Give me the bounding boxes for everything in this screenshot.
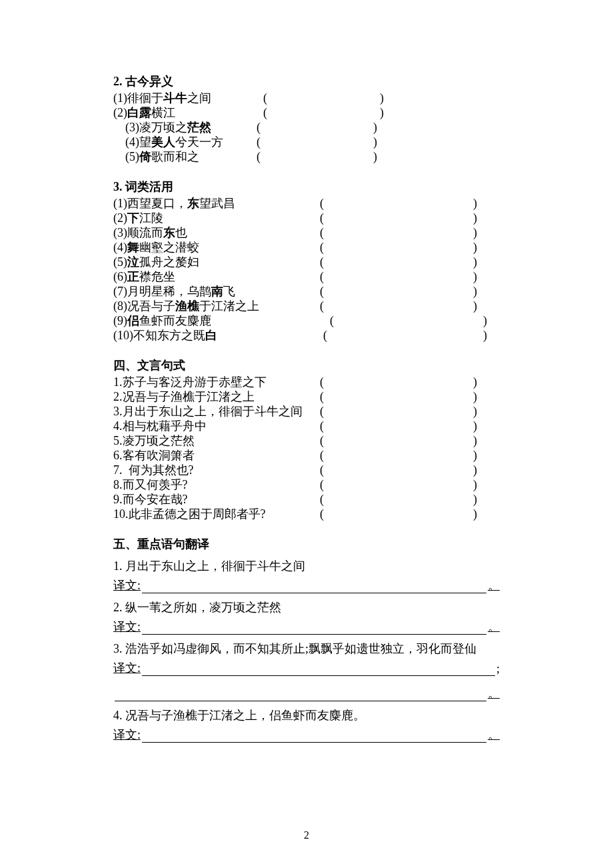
list-item: 1.苏子与客泛舟游于赤壁之下() xyxy=(113,375,500,389)
item-text: (5)倚歌而和之 xyxy=(125,149,199,164)
list-item: (7)月明星稀，乌鹊南飞() xyxy=(113,284,500,299)
paren-open: ( xyxy=(320,477,326,492)
section-5: 五、重点语句翻译 1. 月出于东山之上，徘徊于斗牛之间译文: 。 2. 纵一苇之… xyxy=(113,536,500,743)
paren-open: ( xyxy=(263,105,270,120)
list-item: 6.客有吹洞箫者() xyxy=(113,448,500,463)
item-text: 7. 何为其然也? xyxy=(113,463,194,477)
list-item: 9.而今安在哉?() xyxy=(113,492,500,507)
item-text: (3)凌万顷之茫然 xyxy=(125,120,211,135)
item-text: 2.况吾与子渔樵于江渚之上 xyxy=(113,389,255,404)
paren-close: ) xyxy=(473,492,480,507)
list-item: (9)侣鱼虾而友麋鹿() xyxy=(113,313,500,328)
paren-open: ( xyxy=(320,419,326,433)
item-text: (2)下江陵 xyxy=(113,211,163,225)
item-text: 4.相与枕藉乎舟中 xyxy=(113,419,207,433)
line-terminator: ; xyxy=(496,662,500,676)
translation-prefix: 译文: xyxy=(113,660,141,676)
translation-answer-line: 译文: 。 xyxy=(113,727,500,743)
list-item: (4)望美人兮天一方() xyxy=(113,135,500,149)
list-item: (5)倚歌而和之() xyxy=(113,149,500,164)
item-text: (5)泣孤舟之嫠妇 xyxy=(113,255,199,269)
paren-open: ( xyxy=(320,284,326,299)
paren-open: ( xyxy=(330,313,336,328)
item-text: 3.月出于东山之上，徘徊于斗牛之间 xyxy=(113,404,303,419)
item-text: (3)顺流而东也 xyxy=(113,225,187,240)
translation-question: 4. 况吾与子渔樵于江渚之上，侣鱼虾而友麋鹿。 xyxy=(113,707,500,724)
item-text: (9)侣鱼虾而友麋鹿 xyxy=(113,313,211,328)
paren-close: ) xyxy=(473,284,480,299)
item-text: (6)正襟危坐 xyxy=(113,269,175,284)
blank-line[interactable] xyxy=(115,689,486,701)
list-item: (2)白露横江() xyxy=(113,105,500,120)
item-text: 5.凌万顷之茫然 xyxy=(113,433,195,448)
item-text: 1.苏子与客泛舟游于赤壁之下 xyxy=(113,375,267,389)
section-4: 四、文言句式 1.苏子与客泛舟游于赤壁之下()2.况吾与子渔樵于江渚之上()3.… xyxy=(113,357,500,521)
paren-open: ( xyxy=(320,211,326,225)
translation-prefix: 译文: xyxy=(113,727,141,743)
list-item: (8)况吾与子渔樵于江渚之上() xyxy=(113,299,500,313)
section-5-items: 1. 月出于东山之上，徘徊于斗牛之间译文: 。 2. 纵一苇之所如，凌万顷之茫然… xyxy=(113,557,500,743)
translation-question: 3. 浩浩乎如冯虚御风，而不知其所止;飘飘乎如遗世独立，羽化而登仙 xyxy=(113,640,500,657)
paren-close: ) xyxy=(473,507,480,521)
item-text: (2)白露横江 xyxy=(113,105,175,120)
paren-close: ) xyxy=(373,135,380,149)
list-item: (10)不知东方之既白() xyxy=(113,328,500,343)
blank-line[interactable] xyxy=(142,663,495,676)
paren-open: ( xyxy=(257,120,263,135)
paren-close: ) xyxy=(473,269,480,284)
section-3-items: (1)西望夏口，东望武昌()(2)下江陵()(3)顺流而东也()(4)舞幽壑之潜… xyxy=(113,196,500,343)
list-item: 10.此非孟德之困于周郎者乎?() xyxy=(113,507,500,521)
list-item: (3)顺流而东也() xyxy=(113,225,500,240)
paren-open: ( xyxy=(320,240,326,255)
paren-close: ) xyxy=(373,149,380,164)
paren-close: ) xyxy=(373,120,380,135)
paren-close: ) xyxy=(473,463,480,477)
list-item: (3)凌万顷之茫然() xyxy=(113,120,500,135)
blank-line[interactable] xyxy=(142,730,486,743)
translation-answer-line: 。 xyxy=(113,685,500,701)
blank-line[interactable] xyxy=(142,622,486,635)
paren-close: ) xyxy=(473,225,480,240)
paren-open: ( xyxy=(320,225,326,240)
line-terminator: 。 xyxy=(488,685,500,701)
paren-close: ) xyxy=(473,196,480,211)
item-text: 9.而今安在哉? xyxy=(113,492,188,507)
blank-line[interactable] xyxy=(142,581,486,593)
paren-close: ) xyxy=(380,91,386,105)
item-text: (1)徘徊于斗牛之间 xyxy=(113,91,211,105)
list-item: (6)正襟危坐() xyxy=(113,269,500,284)
page: 2. 古今异义 (1)徘徊于斗牛之间()(2)白露横江()(3)凌万顷之茫然()… xyxy=(0,0,613,868)
list-item: 3.月出于东山之上，徘徊于斗牛之间() xyxy=(113,404,500,419)
paren-open: ( xyxy=(320,375,326,389)
paren-open: ( xyxy=(320,448,326,463)
line-terminator: 。 xyxy=(488,619,500,635)
translation-answer-line: 译文: 。 xyxy=(113,619,500,635)
paren-open: ( xyxy=(320,463,326,477)
section-5-title: 五、重点语句翻译 xyxy=(113,536,500,552)
paren-open: ( xyxy=(320,299,326,313)
paren-open: ( xyxy=(320,507,326,521)
section-3: 3. 词类活用 (1)西望夏口，东望武昌()(2)下江陵()(3)顺流而东也()… xyxy=(113,179,500,343)
section-3-title: 3. 词类活用 xyxy=(113,179,500,195)
paren-close: ) xyxy=(473,477,480,492)
translation-answer-line: 译文: ; xyxy=(113,660,500,676)
paren-close: ) xyxy=(473,240,480,255)
line-terminator: 。 xyxy=(488,727,500,743)
paren-close: ) xyxy=(473,389,480,404)
item-text: (4)望美人兮天一方 xyxy=(125,135,223,149)
section-2-title: 2. 古今异义 xyxy=(113,73,500,89)
paren-close: ) xyxy=(473,299,480,313)
item-text: 8.而又何羡乎? xyxy=(113,477,188,492)
item-text: 10.此非孟德之困于周郎者乎? xyxy=(113,507,266,521)
paren-open: ( xyxy=(320,433,326,448)
translation-question: 2. 纵一苇之所如，凌万顷之茫然 xyxy=(113,599,500,616)
item-text: (7)月明星稀，乌鹊南飞 xyxy=(113,284,235,299)
section-2: 2. 古今异义 (1)徘徊于斗牛之间()(2)白露横江()(3)凌万顷之茫然()… xyxy=(113,73,500,164)
paren-open: ( xyxy=(263,91,270,105)
paren-close: ) xyxy=(380,105,386,120)
section-4-items: 1.苏子与客泛舟游于赤壁之下()2.况吾与子渔樵于江渚之上()3.月出于东山之上… xyxy=(113,375,500,521)
paren-open: ( xyxy=(323,328,330,343)
paren-close: ) xyxy=(473,419,480,433)
section-2-items: (1)徘徊于斗牛之间()(2)白露横江()(3)凌万顷之茫然()(4)望美人兮天… xyxy=(113,91,500,164)
translation-prefix: 译文: xyxy=(113,577,141,593)
